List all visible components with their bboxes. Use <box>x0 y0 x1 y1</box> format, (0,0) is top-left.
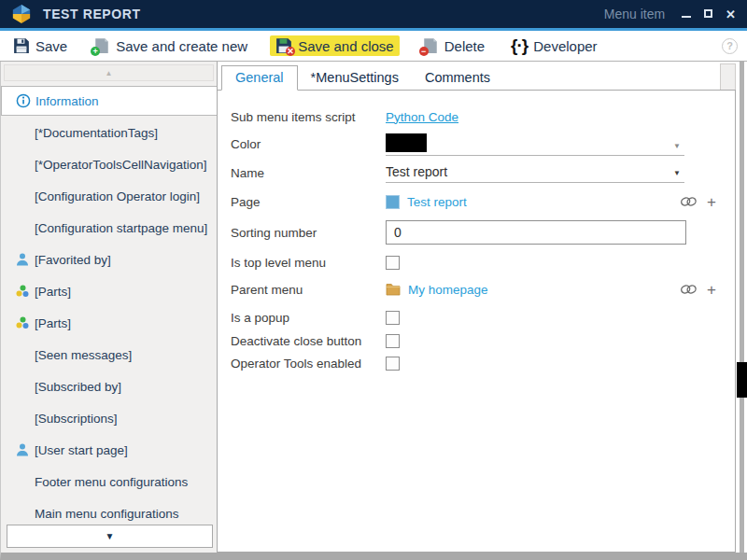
entity-type-label: Menu item <box>604 7 665 21</box>
sidebar-item-parts-2[interactable]: [Parts] <box>1 307 217 339</box>
save-button[interactable]: Save <box>9 35 71 56</box>
body-region: ▲ Information [*DocumentationTags] [*Ope… <box>0 62 747 560</box>
sidebar-item-operatortoolscellnavigation[interactable]: [*OperatorToolsCellNavigation] <box>1 148 217 180</box>
developer-button[interactable]: {·} Developer <box>507 34 601 58</box>
sidebar-item-label: [Favorited by] <box>35 253 111 267</box>
row-deactivate-close-button: Deactivate close button <box>231 329 722 352</box>
field-label: Sub menu items script <box>231 110 386 124</box>
sidebar-item-configuration-startpage-menu[interactable]: [Configuration startpage menu] <box>1 212 217 244</box>
row-sub-menu-items-script: Sub menu items script Python Code <box>231 104 722 130</box>
folder-icon <box>386 282 401 297</box>
sidebar-item-documentationtags[interactable]: [*DocumentationTags] <box>1 117 217 148</box>
operator-tools-enabled-checkbox[interactable] <box>386 357 400 371</box>
delete-label: Delete <box>444 38 485 54</box>
row-is-a-popup: Is a popup <box>231 305 722 329</box>
save-label: Save <box>35 38 67 54</box>
tab-strip: General *MenuSettings Comments <box>218 62 736 90</box>
user-icon <box>15 442 30 457</box>
chevron-down-icon: ▼ <box>106 531 115 541</box>
sidebar-item-configuration-operator-login[interactable]: [Configuration Operator login] <box>1 180 217 212</box>
sidebar-item-subscriptions[interactable]: [Subscriptions] <box>1 402 217 434</box>
is-a-popup-checkbox[interactable] <box>386 311 400 325</box>
row-color: Color ▼ <box>231 130 722 158</box>
sidebar-item-seen-messages[interactable]: [Seen messages] <box>1 339 217 371</box>
sidebar-item-label: [User start page] <box>35 443 128 457</box>
info-icon <box>16 93 31 108</box>
window-resize-border <box>740 62 744 553</box>
help-icon: ? <box>726 40 733 51</box>
sidebar-item-label: [Configuration startpage menu] <box>35 221 207 235</box>
sidebar-item-favorited-by[interactable]: [Favorited by] <box>1 244 217 275</box>
parent-menu-link[interactable]: My homepage <box>408 283 488 297</box>
chevron-down-icon: ▼ <box>673 142 681 150</box>
delete-icon: − <box>422 37 439 54</box>
app-window: TEST REPORT Menu item ✕ Save + Save and … <box>0 0 747 560</box>
sidebar-scroll-up-button[interactable]: ▲ <box>4 64 214 81</box>
sidebar-item-label: [Parts] <box>35 316 71 330</box>
color-swatch <box>386 133 427 152</box>
color-dropdown[interactable]: ▼ <box>386 133 684 156</box>
sidebar-item-subscribed-by[interactable]: [Subscribed by] <box>1 371 217 402</box>
save-and-close-button[interactable]: ✕ Save and close <box>270 35 400 56</box>
row-sorting-number: Sorting number <box>231 217 722 247</box>
save-and-create-new-button[interactable]: + Save and create new <box>90 35 251 56</box>
sidebar: ▲ Information [*DocumentationTags] [*Ope… <box>1 62 218 553</box>
sorting-number-input[interactable] <box>386 220 686 245</box>
close-icon: ✕ <box>726 7 736 21</box>
delete-button[interactable]: − Delete <box>418 35 488 56</box>
developer-label: Developer <box>533 38 597 54</box>
help-button[interactable]: ? <box>722 38 738 54</box>
tab-menusettings[interactable]: *MenuSettings <box>298 66 412 90</box>
tab-comments[interactable]: Comments <box>412 66 503 90</box>
sidebar-item-label: Information <box>35 94 99 108</box>
field-label: Is a popup <box>231 311 386 325</box>
sidebar-item-label: [Seen messages] <box>35 348 132 362</box>
save-new-icon: + <box>93 37 110 54</box>
row-operator-tools-enabled: Operator Tools enabled <box>231 352 722 374</box>
add-icon[interactable]: + <box>707 194 716 210</box>
row-is-top-level-menu: Is top level menu <box>231 249 722 275</box>
save-close-label: Save and close <box>298 38 394 54</box>
minimize-button[interactable] <box>682 8 691 20</box>
maximize-icon <box>704 9 712 18</box>
page-reference-link[interactable]: Test report <box>407 195 467 209</box>
deactivate-close-button-checkbox[interactable] <box>386 334 400 348</box>
developer-icon: {·} <box>511 35 528 56</box>
name-combobox[interactable]: Test report ▼ <box>386 162 684 183</box>
python-code-link[interactable]: Python Code <box>386 110 458 124</box>
sidebar-item-user-start-page[interactable]: [User start page] <box>1 434 217 466</box>
row-page: Page Test report + <box>231 188 722 216</box>
sidebar-item-label: [Subscriptions] <box>35 412 118 426</box>
scroll-up-icon: ▲ <box>106 69 113 77</box>
close-button[interactable]: ✕ <box>726 8 736 21</box>
row-parent-menu: Parent menu My homepage + <box>231 275 722 303</box>
save-new-label: Save and create new <box>116 38 247 54</box>
window-title: TEST REPORT <box>43 7 141 21</box>
sidebar-item-information[interactable]: Information <box>1 86 217 116</box>
field-label: Name <box>231 166 386 180</box>
name-value: Test report <box>386 164 447 179</box>
field-label: Color <box>231 137 386 151</box>
sidebar-item-label: [*OperatorToolsCellNavigation] <box>35 158 207 172</box>
link-icon[interactable] <box>680 196 698 208</box>
field-label: Parent menu <box>231 283 386 297</box>
user-icon <box>15 252 30 267</box>
sidebar-item-footer-menu-configurations[interactable]: Footer menu configurations <box>1 466 217 497</box>
app-logo-icon <box>11 4 32 24</box>
maximize-button[interactable] <box>704 8 712 20</box>
tab-general[interactable]: General <box>221 65 298 91</box>
sidebar-section-dropdown[interactable]: ▼ <box>7 525 213 548</box>
field-label: Operator Tools enabled <box>231 357 386 371</box>
parts-icon <box>15 315 30 330</box>
sidebar-item-label: Footer menu configurations <box>35 475 188 489</box>
sidebar-item-parts-1[interactable]: [Parts] <box>1 275 217 307</box>
is-top-level-menu-checkbox[interactable] <box>386 256 400 270</box>
link-icon[interactable] <box>680 284 698 296</box>
add-icon[interactable]: + <box>707 282 716 298</box>
general-tab-panel: Sub menu items script Python Code Color … <box>218 90 736 553</box>
save-close-icon: ✕ <box>275 37 292 54</box>
main-content: General *MenuSettings Comments Sub menu … <box>218 62 747 553</box>
minimize-icon <box>682 16 691 18</box>
redaction-block <box>737 362 747 398</box>
field-label: Sorting number <box>231 226 386 240</box>
